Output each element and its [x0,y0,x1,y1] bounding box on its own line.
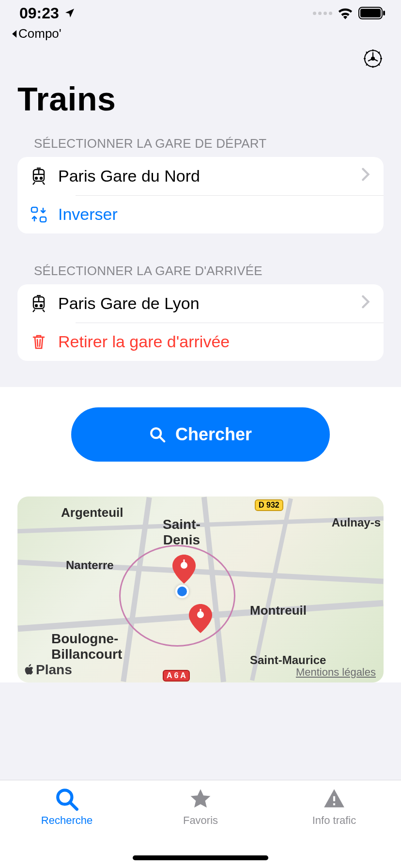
map-label-saint-denis: Saint- Denis [163,517,200,548]
apple-logo-icon [24,664,34,676]
tab-traffic[interactable]: Info trafic [267,787,401,868]
map-label-nanterre: Nanterre [66,558,114,572]
remove-arrival-label: Retirer la gare d'arrivée [58,332,370,351]
user-location-dot [175,585,189,598]
chevron-right-icon [361,295,370,312]
map-attribution: Plans [24,662,72,678]
signal-dots-icon [313,12,332,15]
departure-station-label: Paris Gare du Nord [58,167,351,186]
map-legal-link[interactable]: Mentions légales [296,666,376,679]
tram-icon [31,295,46,312]
settings-button[interactable] [362,48,384,69]
tab-traffic-label: Info trafic [312,814,356,827]
map-label-boulogne: Boulogne- Billancourt [51,631,122,662]
svg-rect-45 [333,803,335,805]
chevron-right-icon [361,168,370,185]
map-pin-departure[interactable] [172,555,196,584]
tram-icon [31,168,46,185]
arrival-card: Paris Gare de Lyon Retirer la gare d'arr… [17,284,384,361]
battery-icon [358,7,386,19]
svg-rect-39 [184,559,185,564]
location-icon [64,7,76,19]
wifi-icon [337,7,354,19]
map-label-argenteuil: Argenteuil [61,505,123,520]
trash-icon [31,333,46,351]
status-time: 09:23 [19,4,59,22]
departure-section-header: SÉLECTIONNER LA GARE DE DÉPART [0,132,401,157]
svg-line-31 [33,310,35,312]
arrival-section-header: SÉLECTIONNER LA GARE D'ARRIVÉE [0,260,401,284]
page-title: Trains [0,69,401,132]
swap-icon [30,206,47,223]
map-label-saint-maurice: Saint-Maurice [250,653,326,667]
svg-point-20 [40,177,42,179]
svg-point-19 [35,177,37,179]
back-to-app[interactable]: Compo' [0,26,401,41]
road-badge-d932: D 932 [255,499,283,511]
map-label-montreuil: Montreuil [250,603,307,618]
svg-rect-41 [200,609,201,614]
warning-icon [322,787,346,811]
tab-favorites-label: Favoris [183,814,218,827]
map-pin-arrival[interactable] [189,604,212,633]
svg-line-22 [43,182,45,185]
tab-search-label: Recherche [41,814,93,827]
map-label-aulnay: Aulnay-s [332,516,381,529]
arrival-station-row[interactable]: Paris Gare de Lyon [17,284,384,323]
svg-line-34 [37,340,38,346]
map[interactable]: Argenteuil Saint- Denis Aulnay-s Nanterr… [17,496,384,682]
road-badge-a6a: A 6 A [163,670,190,682]
map-attribution-label: Plans [36,662,72,678]
departure-station-row[interactable]: Paris Gare du Nord [17,157,384,195]
remove-arrival-row[interactable]: Retirer la gare d'arrivée [17,323,384,361]
svg-line-37 [159,436,164,441]
svg-line-35 [40,340,40,346]
arrival-station-label: Paris Gare de Lyon [58,294,351,313]
search-icon [149,426,166,443]
back-app-label: Compo' [18,26,62,41]
svg-line-32 [43,310,45,312]
lower-panel: Chercher Argenteuil Saint- Denis Aulnay-… [0,387,401,682]
svg-rect-1 [360,9,381,17]
invert-label: Inverser [58,205,370,224]
home-indicator[interactable] [133,855,268,860]
svg-rect-44 [333,796,335,801]
svg-line-43 [70,802,77,809]
back-caret-icon [11,30,17,38]
svg-point-30 [40,305,42,307]
tab-bar: Recherche Favoris Info trafic [0,780,401,868]
departure-card: Paris Gare du Nord Inverser [17,157,384,233]
svg-rect-25 [40,217,46,222]
svg-rect-24 [31,207,37,212]
star-icon [188,787,213,811]
invert-stations-row[interactable]: Inverser [17,195,384,233]
svg-rect-2 [383,11,385,16]
gear-icon [362,48,384,69]
search-icon [55,787,79,811]
search-button-label: Chercher [175,424,252,445]
status-bar: 09:23 [0,0,401,26]
svg-line-21 [33,182,35,185]
svg-point-29 [35,305,37,307]
tab-search[interactable]: Recherche [0,787,134,868]
search-button[interactable]: Chercher [71,407,330,462]
